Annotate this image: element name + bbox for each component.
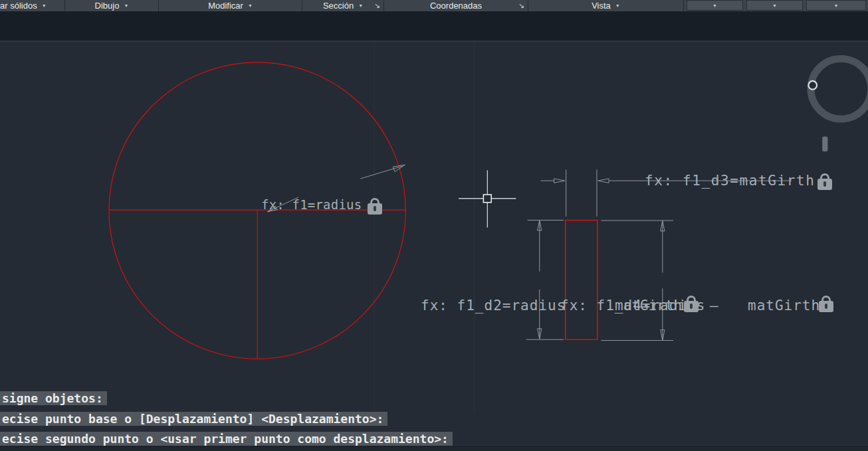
left-height-dimension[interactable] <box>526 221 564 340</box>
command-history-line: ecise punto base o [Desplazamiento] <Des… <box>0 412 387 426</box>
chevron-down-icon: ▼ <box>358 0 363 11</box>
chevron-down-icon: ▼ <box>834 0 839 11</box>
command-history-line: signe objetos: <box>0 391 107 405</box>
panel-label: ar sólidos <box>0 1 37 11</box>
lock-icon <box>817 179 832 190</box>
ribbon-panel-seccion[interactable]: Sección ▼ ↘ <box>302 0 384 11</box>
girth-constraint-label-2[interactable]: matGirth <box>748 297 820 314</box>
chevron-down-icon: ▼ <box>615 0 620 11</box>
chevron-down-icon: ▼ <box>248 0 253 11</box>
chevron-down-icon: ▼ <box>712 0 717 11</box>
lock-icon <box>368 203 382 215</box>
rectangle-entity[interactable] <box>566 221 597 340</box>
ribbon-dropdown-1[interactable]: ▼ <box>687 0 743 11</box>
ribbon-dropdown-3[interactable]: ▼ <box>806 0 866 11</box>
ribbon-panel-vista[interactable]: Vista ▼ <box>528 0 684 11</box>
left-height-constraint-label[interactable]: fx: f1_d2=radius <box>421 297 566 314</box>
radial-constraint-label[interactable]: fx: f1=radius <box>261 197 362 213</box>
lock-icon <box>819 301 833 312</box>
panel-dialog-launcher-icon[interactable]: ↘ <box>374 0 380 11</box>
ribbon: ar sólidos ▼ Dibujo ▼ Modificar ▼ Secció… <box>0 0 868 11</box>
pickbox <box>483 195 491 203</box>
autocad-window: ar sólidos ▼ Dibujo ▼ Modificar ▼ Secció… <box>0 0 868 451</box>
top-width-constraint-label[interactable]: fx: f1_d3=matGirth <box>645 172 815 189</box>
command-history-line: ecise segundo punto o <usar primer punto… <box>0 432 453 446</box>
chevron-down-icon: ▼ <box>772 0 777 11</box>
ribbon-panel-modificar[interactable]: Modificar ▼ <box>159 0 302 11</box>
side-panel-tab[interactable] <box>822 136 827 151</box>
panel-label: Coordenadas <box>430 1 482 11</box>
right-height-dimension[interactable] <box>601 221 673 341</box>
girth-constraint-label[interactable]: matGirth <box>615 297 682 314</box>
crosshair-cursor <box>459 170 516 227</box>
navigation-ring[interactable] <box>811 58 868 119</box>
ribbon-collapsed-strip <box>0 11 868 42</box>
ribbon-panel-coordenadas[interactable]: Coordenadas ↘ <box>384 0 528 11</box>
drawing-canvas[interactable] <box>0 42 868 451</box>
ribbon-panel-editar-solidos[interactable]: ar sólidos ▼ <box>0 0 65 11</box>
minus-dash-label: — <box>710 297 718 314</box>
panel-label: Modificar <box>208 1 243 11</box>
panel-label: Vista <box>592 1 611 11</box>
chevron-down-icon: ▼ <box>124 0 128 11</box>
ribbon-dropdown-2[interactable]: ▼ <box>746 0 803 11</box>
lock-icon <box>684 301 699 312</box>
chevron-down-icon: ▼ <box>42 0 47 11</box>
panel-label: Dibujo <box>95 1 120 11</box>
panel-label: Sección <box>323 1 354 11</box>
panel-dialog-launcher-icon[interactable]: ↘ <box>518 0 524 11</box>
ribbon-panel-dibujo[interactable]: Dibujo ▼ <box>65 0 159 11</box>
status-strip <box>0 446 868 451</box>
navigation-ring-knob[interactable] <box>808 81 817 90</box>
